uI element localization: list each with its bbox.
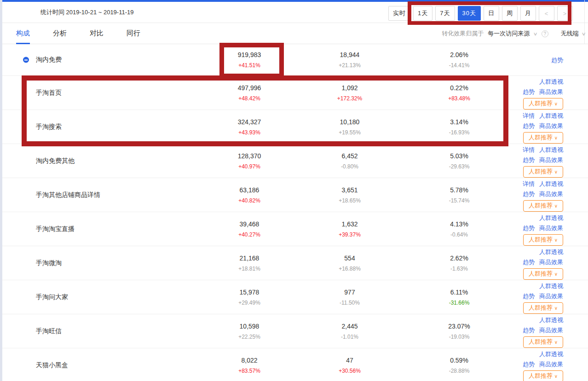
link-product-effect[interactable]: 商品效果 [539, 327, 563, 334]
tab-bar: 构成分析对比同行 转化效果归属于 每一次访问来源 ∨ ? 无线端 ∨ [2, 23, 588, 44]
visitors-cell: 10,598 +22.25% [203, 322, 295, 341]
conversion-cell: 6.11% -31.66% [413, 288, 505, 306]
buyers-cell: 2,445 -1.01% [304, 322, 396, 341]
link-trend[interactable]: 趋势 [523, 88, 535, 95]
time-button-1天[interactable]: 1天 [413, 6, 432, 21]
time-button-实时[interactable]: 实时 [388, 6, 410, 21]
visitors-value: 8,022 [203, 356, 295, 364]
time-button-周[interactable]: 周 [502, 6, 518, 21]
visitors-value: 919,983 [203, 51, 295, 59]
time-button-30天[interactable]: 30天 [458, 6, 481, 21]
link-product-effect[interactable]: 商品效果 [539, 361, 563, 368]
visitors-value: 63,186 [203, 185, 295, 194]
link-crowd-insight[interactable]: 人群透视 [539, 317, 563, 323]
buyers-delta: +21.13% [304, 61, 396, 69]
device-select[interactable]: 无线端 [561, 29, 579, 38]
time-button-7天[interactable]: 7天 [435, 6, 455, 21]
link-details[interactable]: 详情 [523, 180, 535, 187]
link-trend[interactable]: 趋势 [523, 293, 535, 300]
buyers-value: 2,445 [304, 322, 396, 330]
buyers-delta: +30.56% [304, 366, 396, 375]
help-icon[interactable]: ? [542, 30, 548, 37]
link-trend[interactable]: 趋势 [523, 327, 535, 334]
time-range-selector: 实时1天7天30天日周月 < > [388, 6, 573, 21]
buyers-delta: +19.55% [304, 128, 396, 136]
prev-page-button[interactable]: < [539, 6, 554, 21]
table-row: 手淘旺信 10,598 +22.25% 2,445 -1.01% 23.07% … [2, 314, 588, 348]
link-product-effect[interactable]: 商品效果 [539, 122, 563, 129]
link-crowd-insight[interactable]: 人群透视 [539, 283, 563, 289]
link-product-effect[interactable]: 商品效果 [539, 190, 563, 197]
conversion-value: 2.62% [413, 254, 505, 262]
conversion-value: 3.14% [413, 117, 505, 126]
link-crowd-insight[interactable]: 人群透视 [539, 351, 563, 358]
crowd-recommend-button[interactable]: 人群推荐 ∨ [523, 336, 563, 348]
link-crowd-insight[interactable]: 人群透视 [539, 180, 563, 187]
row-actions: 详情人群透视 趋势商品效果 人群推荐 ∨ [518, 179, 563, 212]
traffic-source-label: 手淘微淘 [36, 259, 62, 267]
crowd-recommend-button[interactable]: 人群推荐 ∨ [523, 302, 563, 314]
conversion-cell: 5.78% -15.74% [413, 185, 505, 204]
link-trend[interactable]: 趋势 [523, 259, 535, 266]
visitors-delta: +29.49% [203, 298, 295, 306]
visitors-delta: +43.93% [203, 128, 295, 136]
crowd-recommend-button[interactable]: 人群推荐 ∨ [523, 166, 563, 178]
crowd-recommend-button[interactable]: 人群推荐 ∨ [523, 200, 563, 212]
link-crowd-insight[interactable]: 人群透视 [539, 248, 563, 255]
visitors-value: 21,168 [203, 254, 295, 262]
crowd-recommend-button[interactable]: 人群推荐 ∨ [523, 234, 563, 246]
tab-2[interactable]: 对比 [90, 23, 104, 44]
link-product-effect[interactable]: 商品效果 [539, 88, 563, 95]
link-details[interactable]: 详情 [523, 112, 535, 119]
link-product-effect[interactable]: 商品效果 [539, 156, 563, 163]
link-product-effect[interactable]: 商品效果 [539, 293, 563, 300]
link-trend[interactable]: 趋势 [523, 190, 535, 197]
time-button-月[interactable]: 月 [520, 6, 536, 21]
link-details[interactable]: 详情 [523, 146, 535, 153]
conversion-delta: -0.64% [413, 230, 505, 238]
link-trend[interactable]: 趋势 [523, 361, 535, 368]
tab-0[interactable]: 构成 [16, 23, 30, 44]
link-trend[interactable]: 趋势 [523, 156, 535, 163]
tab-1[interactable]: 分析 [53, 23, 67, 44]
time-button-日[interactable]: 日 [484, 6, 499, 21]
traffic-source-label: 天猫小黑盒 [36, 361, 68, 369]
link-crowd-insight[interactable]: 人群透视 [539, 112, 563, 119]
table-row: 手淘问大家 15,978 +29.49% 977 -11.50% 6.11% -… [2, 280, 588, 314]
link-crowd-insight[interactable]: 人群透视 [539, 214, 563, 221]
link-crowd-insight[interactable]: 人群透视 [539, 78, 563, 85]
visitors-cell: 324,327 +43.93% [203, 117, 295, 136]
buyers-delta: +18.65% [304, 196, 396, 204]
collapse-minus-icon[interactable] [23, 57, 29, 63]
conversion-delta: -15.74% [413, 196, 505, 204]
row-actions: 人群透视 趋势商品效果 人群推荐 ∨ [518, 76, 563, 110]
link-crowd-insight[interactable]: 人群透视 [539, 146, 563, 153]
buyers-value: 3,651 [304, 185, 396, 194]
attribution-select[interactable]: 每一次访问来源 [488, 29, 530, 38]
link-product-effect[interactable]: 商品效果 [539, 259, 563, 266]
chevron-down-icon[interactable]: ∨ [533, 31, 538, 36]
link-trend[interactable]: 趋势 [551, 57, 563, 64]
conversion-delta: -16.93% [413, 128, 505, 136]
conversion-cell: 5.03% -29.63% [413, 151, 505, 170]
crowd-recommend-button[interactable]: 人群推荐 ∨ [523, 132, 563, 144]
buyers-delta: +16.88% [304, 264, 396, 272]
row-actions: 人群透视 趋势商品效果 人群推荐 ∨ [518, 315, 563, 348]
conversion-delta: -31.66% [413, 298, 505, 306]
attribution-label: 转化效果归属于 [442, 29, 484, 38]
visitors-value: 39,468 [203, 219, 295, 228]
crowd-recommend-button[interactable]: 人群推荐 ∨ [523, 98, 563, 110]
chevron-down-icon[interactable]: ∨ [581, 31, 586, 36]
crowd-recommend-button[interactable]: 人群推荐 ∨ [523, 268, 563, 280]
next-page-button[interactable]: > [557, 6, 573, 21]
conversion-value: 2.06% [413, 51, 505, 59]
link-trend[interactable]: 趋势 [523, 225, 535, 231]
crowd-recommend-button[interactable]: 人群推荐 ∨ [523, 370, 563, 381]
page: 统计时间 2019-10-21 ~ 2019-11-19 实时1天7天30天日周… [2, 2, 588, 381]
conversion-value: 5.78% [413, 185, 505, 194]
visitors-value: 15,978 [203, 288, 295, 296]
link-trend[interactable]: 趋势 [523, 122, 535, 129]
link-product-effect[interactable]: 商品效果 [539, 225, 563, 231]
visitors-delta: +83.57% [203, 366, 295, 375]
tab-3[interactable]: 同行 [127, 23, 140, 44]
